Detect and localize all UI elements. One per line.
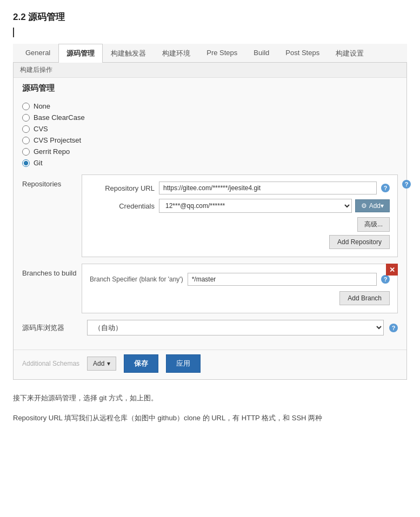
repo-url-help-icon[interactable]: ? — [381, 184, 390, 192]
repo-url-label: Repository URL — [90, 184, 155, 192]
cursor-indicator — [13, 28, 14, 37]
scm-radio-group: None Base ClearCase CVS CVS Projectset G… — [22, 102, 398, 167]
branch-specifier-label: Branch Specifier (blank for 'any') — [90, 276, 183, 283]
page-heading: 2.2 源码管理 — [13, 11, 407, 23]
scm-option-cvs[interactable]: CVS — [22, 125, 398, 133]
tab-build[interactable]: Build — [245, 44, 277, 63]
repositories-content: Repository URL ? Credentials 12***@qq.co… — [82, 174, 398, 257]
scm-option-gerrit-repo[interactable]: Gerrit Repo — [22, 147, 398, 156]
apply-button[interactable]: 应用 — [166, 354, 201, 373]
credentials-add-label: Add▾ — [369, 202, 384, 210]
scm-section: None Base ClearCase CVS CVS Projectset G… — [14, 97, 406, 350]
add-branch-button[interactable]: Add Branch — [339, 291, 390, 305]
scm-browser-help-icon[interactable]: ? — [389, 324, 398, 332]
tab-presteps[interactable]: Pre Steps — [198, 44, 245, 63]
bottom-text-2: Repository URL 填写我们从远程仓库（如图中 github）clon… — [13, 412, 407, 424]
tab-triggers[interactable]: 构建触发器 — [103, 44, 154, 63]
footer-row: Additional Schemas Add ▾ 保存 应用 — [14, 350, 406, 379]
radio-none[interactable] — [22, 103, 30, 110]
branch-close-button[interactable]: ✕ — [386, 264, 398, 276]
scm-option-git-label: Git — [34, 159, 43, 167]
add-dropdown-arrow-icon: ▾ — [107, 360, 110, 367]
tab-poststeps[interactable]: Post Steps — [277, 44, 328, 63]
radio-gerrit-repo[interactable] — [22, 148, 30, 156]
tab-env[interactable]: 构建环境 — [154, 44, 198, 63]
repo-url-row: Repository URL ? — [90, 182, 390, 194]
panel-title: 源码管理 — [14, 78, 406, 97]
scm-option-none-label: None — [34, 102, 50, 110]
scm-browser-row: 源码库浏览器 （自动） ? — [22, 320, 398, 335]
add-repository-button[interactable]: Add Repository — [329, 235, 390, 249]
repositories-label: Repositories — [22, 174, 82, 257]
repo-url-input[interactable] — [159, 182, 377, 194]
advanced-row: 高级... — [90, 217, 390, 232]
main-panel: 构建后操作 源码管理 None Base ClearCase CVS CVS P… — [13, 63, 407, 380]
scm-option-cvs-projectset-label: CVS Projectset — [34, 136, 81, 144]
advanced-button[interactable]: 高级... — [357, 217, 390, 232]
radio-base-clearcase[interactable] — [22, 114, 30, 122]
scm-option-git[interactable]: Git — [22, 159, 398, 167]
branches-label: Branches to build — [22, 264, 82, 313]
branches-content: ✕ Branch Specifier (blank for 'any') ? A… — [82, 264, 398, 313]
scm-option-base-clearcase-label: Base ClearCase — [34, 113, 85, 122]
scm-browser-label: 源码库浏览器 — [22, 323, 82, 333]
tab-settings[interactable]: 构建设置 — [328, 44, 372, 63]
tab-bar: General 源码管理 构建触发器 构建环境 Pre Steps Build … — [13, 44, 407, 63]
branches-block: Branches to build ✕ Branch Specifier (bl… — [22, 264, 398, 313]
add-icon: ⚙ — [361, 202, 367, 210]
add-dropdown-label: Add — [93, 360, 104, 367]
scm-browser-select[interactable]: （自动） — [87, 320, 384, 335]
scm-option-gerrit-repo-label: Gerrit Repo — [34, 147, 70, 156]
repositories-help-icon[interactable]: ? — [402, 180, 411, 189]
tab-general[interactable]: General — [17, 44, 58, 63]
tab-scm[interactable]: 源码管理 — [58, 44, 103, 63]
panel-subheader: 构建后操作 — [14, 63, 406, 78]
add-repository-btn-row: Add Repository — [90, 235, 390, 249]
radio-git[interactable] — [22, 159, 30, 167]
credentials-label: Credentials — [90, 202, 155, 210]
scm-option-none[interactable]: None — [22, 102, 398, 110]
branch-specifier-help-icon[interactable]: ? — [381, 275, 390, 284]
save-button[interactable]: 保存 — [124, 354, 158, 373]
branch-input-row: Branch Specifier (blank for 'any') ? — [90, 273, 390, 286]
branch-specifier-input[interactable] — [188, 273, 377, 286]
scm-option-cvs-projectset[interactable]: CVS Projectset — [22, 136, 398, 144]
scm-option-cvs-label: CVS — [34, 125, 48, 133]
credentials-add-button[interactable]: ⚙ Add▾ — [355, 199, 390, 212]
bottom-text: 接下来开始源码管理，选择 git 方式，如上图。 Repository URL … — [13, 392, 407, 425]
add-branch-btn-row: Add Branch — [90, 291, 390, 305]
add-dropdown-button[interactable]: Add ▾ — [87, 357, 116, 371]
bottom-text-1: 接下来开始源码管理，选择 git 方式，如上图。 — [13, 392, 407, 404]
credentials-select[interactable]: 12***@qq.com/****** — [159, 199, 352, 213]
scm-option-base-clearcase[interactable]: Base ClearCase — [22, 113, 398, 122]
radio-cvs-projectset[interactable] — [22, 137, 30, 144]
radio-cvs[interactable] — [22, 125, 30, 133]
additional-schemas-label: Additional Schemas — [22, 360, 79, 367]
credentials-with-btn: 12***@qq.com/****** ⚙ Add▾ — [159, 199, 390, 213]
credentials-row: Credentials 12***@qq.com/****** ⚙ Add▾ — [90, 199, 390, 213]
repositories-block: Repositories Repository URL ? Credential… — [22, 174, 398, 257]
